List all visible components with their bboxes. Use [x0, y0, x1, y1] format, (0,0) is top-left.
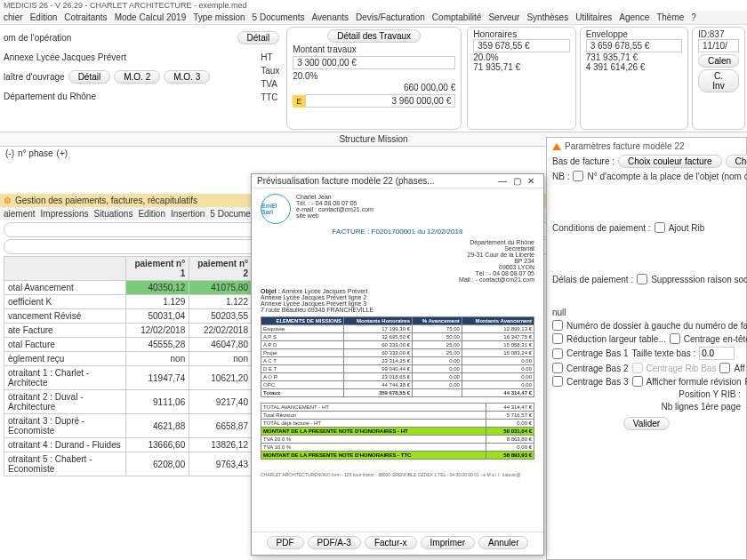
- id-title: ID:837: [698, 29, 739, 39]
- params-window: Paramètres facture modèle 22 Bas de fact…: [546, 137, 747, 560]
- menu-edition[interactable]: Edition: [30, 12, 58, 22]
- menu-serveur[interactable]: Serveur: [488, 12, 519, 22]
- menu-utilitaires[interactable]: Utilitaires: [575, 12, 612, 22]
- calen-button[interactable]: Calen: [698, 54, 739, 68]
- detail-button[interactable]: Détail: [237, 31, 280, 44]
- taille-input[interactable]: [699, 347, 735, 360]
- hon-v2: 20.0%: [473, 52, 569, 62]
- preview-buttons: PDFPDF/A-3Factur-xImprimerAnnuler: [252, 532, 543, 553]
- mo-label: laître d'ouvrage: [4, 72, 65, 82]
- hon-title: Honoraires: [473, 29, 569, 39]
- valider-button[interactable]: Valider: [623, 417, 670, 430]
- hon-v3: 71 935,71 €: [473, 62, 569, 72]
- cb1-checkbox[interactable]: [552, 348, 563, 359]
- table-row[interactable]: otal Avancement40350,1241075,80: [4, 281, 253, 295]
- pdf-button[interactable]: PDF: [267, 536, 304, 549]
- cb2-checkbox[interactable]: [552, 363, 563, 373]
- preview-window: Prévisualisation facture modèle 22 (phas…: [251, 173, 544, 556]
- mo3-button[interactable]: M.O. 3: [164, 70, 210, 84]
- supp-label: Suppresssion raison sociale MOE haut: [651, 275, 747, 284]
- choix-couleur-button[interactable]: Choix couleur facture: [618, 155, 722, 168]
- acompte-checkbox[interactable]: [573, 171, 583, 181]
- table-row[interactable]: oefficient K1.1291.122: [4, 295, 253, 309]
- annuler-button[interactable]: Annuler: [478, 536, 528, 549]
- param-icon: [552, 143, 561, 150]
- env-title: Enveloppe: [586, 29, 682, 39]
- table-row[interactable]: otraitant 2 : Duval - Architecture9111,0…: [4, 390, 253, 414]
- ttc-val: 3 960 000,00 €: [305, 94, 455, 108]
- mo2-button[interactable]: M.O. 2: [114, 70, 160, 84]
- cen-ent-checkbox[interactable]: [670, 333, 680, 344]
- tva-label: TVA: [261, 79, 279, 89]
- tab-situations[interactable]: Situations: [93, 209, 133, 219]
- table-row[interactable]: otraitant 1 : Charlet - Architecte11947,…: [4, 366, 253, 390]
- mo-value: Département du Rhône: [4, 92, 96, 101]
- max-icon[interactable]: ▢: [510, 176, 524, 186]
- rib-checkbox[interactable]: [655, 222, 665, 233]
- menu-synthèses[interactable]: Synthèses: [526, 12, 568, 22]
- imprimer-button[interactable]: Imprimer: [421, 536, 475, 549]
- invoice-table: ELEMENTS DE MISSIONSMontants Honoraires%…: [261, 316, 534, 397]
- menu-type mission[interactable]: Type mission: [193, 12, 245, 22]
- choix-button[interactable]: Choix: [726, 155, 747, 168]
- menu-bar: chierEditionCotraitantsMode Calcul 2019T…: [0, 11, 747, 25]
- cond-label: Conditions de paiement :: [552, 223, 651, 233]
- plus-button[interactable]: (+): [57, 148, 68, 158]
- cb3-checkbox[interactable]: [552, 376, 563, 387]
- ht-label: HT: [261, 52, 279, 62]
- numdoss-checkbox[interactable]: [552, 320, 563, 331]
- acompte-label: N° d'acompte à la place de l'objet (nom …: [587, 172, 747, 181]
- table-row[interactable]: otraitant 5 : Chabert - Economiste6208,0…: [4, 452, 253, 476]
- summary-table: TOTAL AVANCEMENT - HT44 314,47 €Total Ré…: [261, 403, 534, 460]
- hon-v1: 359 678,55 €: [473, 39, 569, 52]
- invoice-number: FACTURE : F0201700001 du 12/02/2018: [261, 228, 534, 236]
- minus-button[interactable]: (-): [5, 148, 14, 158]
- menu-devis/facturation[interactable]: Devis/Facturation: [356, 12, 425, 22]
- pdf/a-3-button[interactable]: PDF/A-3: [308, 536, 361, 549]
- rib-label: Ajout Rib: [669, 223, 705, 233]
- table-row[interactable]: vancement Révisé50031,0450203,55: [4, 309, 253, 324]
- menu-cotraitants[interactable]: Cotraitants: [64, 12, 107, 22]
- env-v1: 3 659 678,55 €: [586, 39, 682, 52]
- env-v2: 731 935,71 €: [586, 52, 682, 62]
- tab-aiement[interactable]: aiement: [4, 209, 36, 219]
- menu-5 documents[interactable]: 5 Documents: [253, 12, 305, 22]
- menu-agence[interactable]: Agence: [619, 12, 649, 22]
- menu-comptabilité[interactable]: Comptabilité: [432, 12, 482, 22]
- detail-travaux-button[interactable]: Détail des Travaux: [327, 29, 421, 43]
- enveloppe-box: Enveloppe 3 659 678,55 € 731 935,71 € 4 …: [580, 27, 688, 130]
- detail2-button[interactable]: Détail: [68, 70, 111, 84]
- menu-avenants[interactable]: Avenants: [312, 12, 349, 22]
- close-icon[interactable]: ✕: [524, 176, 538, 186]
- table-row[interactable]: èglement reçunonnon: [4, 352, 253, 366]
- min-icon[interactable]: —: [495, 176, 510, 186]
- menu-mode calcul 2019[interactable]: Mode Calcul 2019: [115, 12, 187, 22]
- preview-title: Prévisualisation facture modèle 22 (phas…: [257, 176, 435, 186]
- honoraires-box: Honoraires 359 678,55 € 20.0% 71 935,71 …: [467, 27, 575, 130]
- logo: EmEl Sarl: [261, 194, 291, 224]
- null-label: null: [552, 308, 566, 317]
- id-box: ID:837 11/10/ Calen C. Inv: [692, 27, 745, 130]
- red-checkbox[interactable]: [552, 333, 563, 344]
- menu-thème[interactable]: Thème: [656, 12, 684, 22]
- table-row[interactable]: otraitant 4 : Durand - Fluides13666,6013…: [4, 438, 253, 452]
- montant-ht: 3 300 000,00 €: [293, 56, 455, 69]
- cinv-button[interactable]: C. Inv: [698, 69, 739, 92]
- e-badge[interactable]: E: [293, 95, 305, 108]
- menu-?[interactable]: ?: [691, 12, 696, 22]
- tab-edition[interactable]: Edition: [138, 209, 165, 219]
- supp-checkbox[interactable]: [637, 274, 647, 284]
- footer-text: CHARLET ARCHITECTURENONO Imm - 125 cour …: [261, 472, 534, 477]
- montant-label: Montant travaux: [293, 44, 357, 54]
- afr-checkbox[interactable]: [632, 376, 643, 387]
- menu-chier[interactable]: chier: [4, 12, 23, 22]
- tab-insertion[interactable]: Insertion: [171, 209, 205, 219]
- tab-impressions[interactable]: Impressions: [41, 209, 89, 219]
- table-row[interactable]: otal Facture45555,2846047,80: [4, 338, 253, 352]
- table-row[interactable]: otraitant 3 : Dupré - Economiste4621,886…: [4, 414, 253, 438]
- factur-x-button[interactable]: Factur-x: [365, 536, 417, 549]
- param-title: Paramètres facture modèle 22: [565, 141, 685, 151]
- crb-checkbox: [632, 363, 643, 373]
- table-row[interactable]: ate Facture12/02/201822/02/2018: [4, 324, 253, 338]
- phase-label: n° phase: [18, 148, 53, 158]
